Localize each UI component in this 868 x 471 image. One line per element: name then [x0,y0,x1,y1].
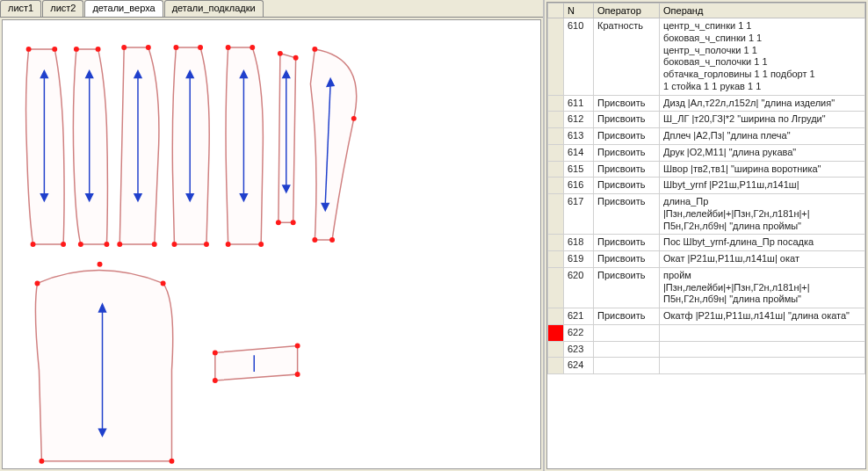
cell-n[interactable]: 613 [564,128,594,145]
cell-n[interactable]: 620 [564,267,594,308]
row-marker [548,194,564,235]
script-grid[interactable]: N Оператор Операнд 610Кратностьцентр_ч_с… [546,2,866,469]
cell-operand[interactable]: Окат |Р21ш,Р11ш,л141ш| окат [660,251,865,268]
svg-point-19 [258,242,264,247]
svg-point-3 [61,242,66,247]
svg-point-28 [35,280,40,286]
cell-n[interactable]: 614 [564,144,594,161]
cell-operator[interactable]: Присвоить [594,144,660,161]
cell-operator[interactable]: Присвоить [594,128,660,145]
cell-n[interactable]: 624 [564,358,594,374]
cell-operand[interactable]: Друк |О2,М11| "длина рукава" [660,144,865,161]
cell-operator[interactable] [594,341,660,358]
tab-0[interactable]: лист1 [0,0,41,17]
svg-point-8 [121,45,127,50]
cell-operand[interactable] [660,358,865,374]
header-n[interactable]: N [564,4,594,18]
svg-point-22 [276,220,281,225]
table-row[interactable]: 610Кратностьцентр_ч_спинки 1 1 боковая_ч… [548,18,865,96]
cell-operand[interactable]: Ш_ЛГ |т20,ГЗ|*2 "ширина по Лгруди" [660,112,865,128]
cell-operator[interactable] [594,358,660,374]
table-row[interactable]: 617Присвоитьдлина_Пр |Пзн,лелейби|+|Пзн,… [548,194,865,235]
header-operator[interactable]: Оператор [594,4,660,18]
left-pane: лист1лист2детали_верхадетали_подкладки [0,0,545,471]
svg-point-1 [52,47,57,52]
cell-operator[interactable]: Присвоить [594,267,660,308]
pattern-canvas[interactable] [2,19,541,469]
cell-n[interactable]: 615 [564,161,594,178]
table-row[interactable]: 611ПрисвоитьДизд |Ал,т22л,л152л| "длина … [548,95,865,112]
row-marker [548,308,564,325]
tab-3[interactable]: детали_подкладки [164,0,264,17]
cell-n[interactable]: 619 [564,251,594,268]
tab-1[interactable]: лист2 [42,0,83,17]
table-row[interactable]: 623 [548,341,865,358]
svg-point-16 [226,45,231,50]
cell-operator[interactable]: Присвоить [594,161,660,178]
cell-n[interactable]: 623 [564,341,594,358]
table-row[interactable]: 618ПрисвоитьПос Шbyt_yrnf-длина_Пр посад… [548,235,865,251]
cell-operator[interactable]: Присвоить [594,95,660,112]
header-rowhead [548,4,564,18]
cell-operand[interactable]: Шbyt_yrnf |Р21ш,Р11ш,л141ш| [660,178,865,194]
row-marker [548,112,564,128]
svg-point-35 [295,372,300,377]
svg-point-15 [204,242,209,247]
table-row[interactable]: 622 [548,324,865,341]
svg-point-23 [291,220,296,225]
cell-operand[interactable] [660,324,865,341]
svg-point-17 [250,45,255,50]
cell-operator[interactable]: Кратность [594,18,660,96]
cell-operator[interactable]: Присвоить [594,308,660,325]
cell-operand[interactable]: пройм |Пзн,лелейби|+|Пзн,Г2н,л181н|+| П5… [660,267,865,308]
cell-operand[interactable]: Дизд |Ал,т22л,л152л| "длина изделия" [660,95,865,112]
table-row[interactable]: 615ПрисвоитьШвор |тв2,тв1| "ширина ворот… [548,161,865,178]
cell-n[interactable]: 611 [564,95,594,112]
row-marker [548,178,564,194]
cell-operand[interactable]: центр_ч_спинки 1 1 боковая_ч_спинки 1 1 … [660,18,865,96]
cell-n[interactable]: 621 [564,308,594,325]
header-operand[interactable]: Операнд [660,4,865,18]
cell-n[interactable]: 617 [564,194,594,235]
cell-n[interactable]: 622 [564,324,594,341]
tab-2[interactable]: детали_верха [84,0,163,17]
cell-n[interactable]: 612 [564,112,594,128]
cell-operand[interactable]: Швор |тв2,тв1| "ширина воротника" [660,161,865,178]
cell-operator[interactable]: Присвоить [594,112,660,128]
cell-operand[interactable]: Пос Шbyt_yrnf-длина_Пр посадка [660,235,865,251]
cell-operand[interactable]: длина_Пр |Пзн,лелейби|+|Пзн,Г2н,л181н|+|… [660,194,865,235]
cell-n[interactable]: 610 [564,18,594,96]
svg-point-21 [293,55,299,61]
table-row[interactable]: 613ПрисвоитьДплеч |А2,Пз| "длина плеча" [548,128,865,145]
svg-point-4 [74,47,79,52]
table-row[interactable]: 620Присвоитьпройм |Пзн,лелейби|+|Пзн,Г2н… [548,267,865,308]
row-marker [548,267,564,308]
table-row[interactable]: 614ПрисвоитьДрук |О2,М11| "длина рукава" [548,144,865,161]
table-row[interactable]: 621ПрисвоитьОкатф |Р21ш,Р11ш,л141ш| "дли… [548,308,865,325]
cell-operand[interactable] [660,341,865,358]
row-marker [548,18,564,96]
cell-n[interactable]: 618 [564,235,594,251]
row-marker [548,358,564,374]
svg-point-25 [351,116,357,121]
table-row[interactable]: 616ПрисвоитьШbyt_yrnf |Р21ш,Р11ш,л141ш| [548,178,865,194]
cell-operator[interactable] [594,324,660,341]
table-row[interactable]: 619ПрисвоитьОкат |Р21ш,Р11ш,л141ш| окат [548,251,865,268]
row-marker [548,324,564,341]
table-row[interactable]: 624 [548,358,865,374]
svg-point-31 [170,459,175,464]
svg-point-34 [295,344,300,349]
cell-operator[interactable]: Присвоить [594,194,660,235]
cell-operator[interactable]: Присвоить [594,178,660,194]
svg-point-11 [152,242,157,247]
table-row[interactable]: 612ПрисвоитьШ_ЛГ |т20,ГЗ|*2 "ширина по Л… [548,112,865,128]
cell-operand[interactable]: Окатф |Р21ш,Р11ш,л141ш| "длина оката" [660,308,865,325]
cell-operator[interactable]: Присвоить [594,251,660,268]
svg-point-14 [171,242,177,247]
cell-n[interactable]: 616 [564,178,594,194]
cell-operator[interactable]: Присвоить [594,235,660,251]
svg-point-6 [78,242,83,247]
svg-point-10 [117,242,122,247]
row-marker [548,144,564,161]
cell-operand[interactable]: Дплеч |А2,Пз| "длина плеча" [660,128,865,145]
